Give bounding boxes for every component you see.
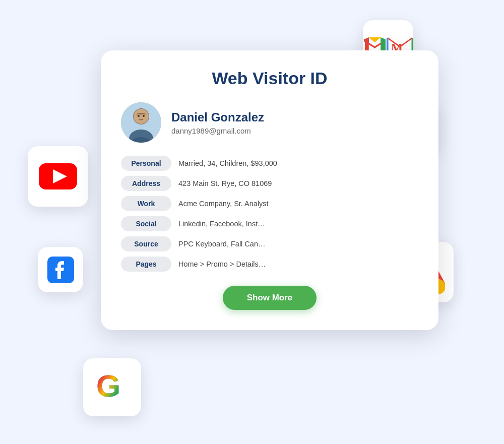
info-rows: Personal Married, 34, Children, $93,000 …	[121, 156, 418, 272]
row-value-5: Home > Promo > Details…	[178, 260, 266, 268]
youtube-card	[28, 146, 88, 207]
svg-point-17	[134, 109, 149, 124]
row-label-4: Source	[121, 236, 171, 251]
row-value-1: 423 Main St. Rye, CO 81069	[178, 179, 272, 187]
svg-text:G: G	[96, 368, 120, 403]
row-label-3: Social	[121, 216, 171, 231]
row-value-4: PPC Keyboard, Fall Can…	[178, 240, 265, 248]
google-card: G G	[83, 358, 141, 416]
facebook-icon	[47, 256, 75, 284]
row-label-2: Work	[121, 196, 171, 211]
table-row: Address 423 Main St. Rye, CO 81069	[121, 176, 418, 191]
row-label-5: Pages	[121, 257, 171, 272]
row-label-0: Personal	[121, 156, 171, 171]
page-title: Web Visitor ID	[121, 69, 418, 88]
avatar	[121, 102, 161, 143]
avatar-image	[121, 102, 161, 143]
table-row: Work Acme Company, Sr. Analyst	[121, 196, 418, 211]
google-icon: G G	[92, 367, 133, 408]
table-row: Social Linkedin, Facebook, Inst…	[121, 216, 418, 231]
profile-name: Daniel Gonzalez	[171, 110, 264, 124]
row-value-2: Acme Company, Sr. Analyst	[178, 200, 269, 208]
row-value-3: Linkedin, Facebook, Inst…	[178, 220, 265, 228]
facebook-card	[38, 247, 83, 292]
youtube-icon	[38, 162, 78, 191]
profile-section: Daniel Gonzalez danny1989@gmail.com	[121, 102, 418, 143]
table-row: Personal Married, 34, Children, $93,000	[121, 156, 418, 171]
row-label-1: Address	[121, 176, 171, 191]
svg-point-19	[143, 115, 145, 117]
svg-point-18	[138, 115, 140, 117]
profile-info: Daniel Gonzalez danny1989@gmail.com	[171, 110, 264, 135]
main-card: Web Visitor ID Daniel Gonzalez danny1989…	[101, 50, 438, 330]
row-value-0: Married, 34, Children, $93,000	[178, 159, 277, 167]
table-row: Source PPC Keyboard, Fall Can…	[121, 236, 418, 251]
show-more-button[interactable]: Show More	[223, 286, 317, 310]
table-row: Pages Home > Promo > Details…	[121, 257, 418, 272]
profile-email: danny1989@gmail.com	[171, 126, 264, 135]
